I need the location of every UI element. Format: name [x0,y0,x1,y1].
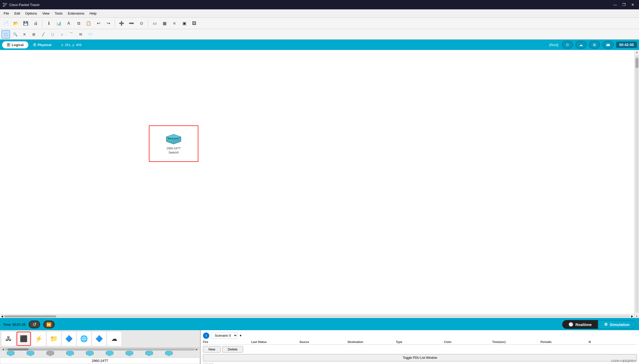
canvas-vscroll[interactable]: ▲ ▼ [634,50,639,318]
dev-icon-2960 [6,351,15,357]
toolbar-custom-viewport-button[interactable]: ▭ [150,19,159,28]
palette-category-custom[interactable]: 🔷 [92,332,106,346]
tab-logical[interactable]: ⚿ Logical [2,41,28,48]
toolbar-new-button[interactable]: 📄 [2,19,10,28]
palette-device-pt-empty[interactable]: PT-Empty [41,351,59,357]
palette-category-hubs[interactable]: ⚡ [32,332,46,346]
vscroll-down-arrow[interactable]: ▼ [635,314,639,318]
coordinates-display: x: 261, y: 409 [61,43,81,47]
toolbar-paste-button[interactable]: 📋 [84,19,93,28]
menu-item-tools[interactable]: Tools [52,10,65,16]
palette-device-2950-24[interactable]: 2950-24 [140,351,158,357]
viewport-button-2[interactable]: ☁ [575,41,586,49]
palette-device-2950t[interactable]: 2950T [160,351,178,357]
viewport-button-1[interactable]: ⊙ [562,41,573,49]
drawtool-email-button[interactable]: ✉ [77,30,85,39]
new-pdu-button[interactable]: New [203,346,221,353]
svg-point-11 [172,140,173,141]
palette-hscroll[interactable]: ◀ ▶ [0,348,200,351]
canvas-area[interactable]: 2960-24TT Switch0 [0,50,634,314]
toolbar-server-button[interactable]: ▣ [180,19,189,28]
realtime-button[interactable]: 🕐 Realtime [562,320,598,329]
pdu-nav-left[interactable]: ‹ [203,363,208,364]
play-forward-button[interactable]: ⏩ [43,321,55,328]
toolbar-zoom-out-button[interactable]: ➖ [127,19,136,28]
toolbar-zoom-in-button[interactable]: ➕ [117,19,126,28]
drawtool-draw-ellipse-button[interactable]: ○ [58,30,66,39]
menu-item-options[interactable]: Options [23,10,40,16]
toolbar-undo-button[interactable]: ↩ [94,19,103,28]
tab-physical[interactable]: ☰ Physical [28,41,56,48]
toggle-pdu-button[interactable]: Toggle PDU List Window [203,354,637,361]
viewport-button-3[interactable]: ⊞ [589,41,600,49]
canvas-hscroll[interactable]: ◀ ▶ [0,314,634,318]
toolbar-barcode-button[interactable]: ≡ [170,19,179,28]
viewport-button-4[interactable]: 🏔 [603,41,613,49]
toolbar-info-button[interactable]: ℹ [45,19,53,28]
palette-category-routers[interactable]: 🖧 [2,332,16,346]
toolbar-open-button[interactable]: 📂 [11,19,20,28]
drawtool-search-button[interactable]: 🔍 [11,30,19,39]
palette-category-wireless[interactable]: 📁 [47,332,61,346]
toolbar-media-button[interactable]: 🖼 [190,19,199,28]
toolbar-text-button[interactable]: A [64,19,73,28]
svg-marker-27 [145,351,153,356]
toolbar-copy-button[interactable]: ⧉ [74,19,83,28]
reset-button[interactable]: ↺ [29,321,40,328]
vscroll-track[interactable] [635,55,638,313]
palette-device-pt-switch[interactable]: PT-Switch [21,351,40,357]
palette-hscroll-right[interactable]: ▶ [195,348,199,351]
pdu-nav-right[interactable]: › [209,363,213,364]
palette-device-2960[interactable]: 2960 [2,351,20,357]
menu-item-edit[interactable]: Edit [12,10,23,16]
device-switch0[interactable]: 2960-24TT Switch0 [149,125,198,162]
menu-item-file[interactable]: File [1,10,12,16]
toolbar-print-button[interactable]: 🖨 [31,19,40,28]
toolbar-redo-button[interactable]: ↪ [104,19,113,28]
palette-hscroll-thumb[interactable] [8,348,29,350]
menu-item-help[interactable]: Help [87,10,99,16]
sim-icon: ⚙ [604,322,608,327]
info-icon[interactable]: i [203,333,209,339]
drawtoolbar: ⬚🔍✕⊞╱□○⌒✉📨 [0,29,639,40]
hscroll-left-arrow[interactable]: ◀ [0,315,4,318]
palette-device-3560-24ps-2[interactable]: 3560 24PS [81,351,99,357]
vscroll-up-arrow[interactable]: ▲ [635,50,639,54]
svg-marker-17 [47,351,54,356]
scenario-select[interactable]: Scenario 0 Scenario 1 [211,332,238,339]
palette-category-multi[interactable]: ☁ [107,332,121,346]
svg-rect-4 [170,138,171,139]
drawtool-draw-rect-button[interactable]: □ [48,30,57,39]
simulation-button[interactable]: ⚙ Simulation [598,320,636,329]
svg-marker-15 [27,351,34,356]
palette-device-pt-bridge[interactable]: PT-Bridge [120,351,138,357]
palette-device-ie-2000[interactable]: IE 2000 [100,351,119,357]
drawtool-select-button[interactable]: ⬚ [2,30,10,39]
toolbar-zoom-reset-button[interactable]: ⊙ [137,19,146,28]
palette-category-switches[interactable]: ⬛ [17,332,31,346]
palette-category-security[interactable]: 🔷 [62,332,76,346]
maximize-button[interactable]: ❐ [620,1,628,8]
minimize-button[interactable]: — [611,1,619,8]
menu-item-extensions[interactable]: Extensions [65,10,87,16]
toolbar-network-info-button[interactable]: 📊 [54,19,63,28]
drawtool-resize-button[interactable]: ⊞ [30,30,38,39]
palette-category-wan[interactable]: 🌐 [77,332,91,346]
palette-device-3560-24ps[interactable]: 3560 24PS [61,351,79,357]
palette-hscroll-track[interactable] [5,348,195,350]
menu-item-view[interactable]: View [40,10,52,16]
drawtool-draw-line-button[interactable]: ╱ [39,30,47,39]
delete-pdu-button[interactable]: Delete [222,346,243,353]
drawtool-draw-freeform-button[interactable]: ⌒ [67,30,75,39]
palette-hscroll-left[interactable]: ◀ [1,348,5,351]
vscroll-thumb[interactable] [635,58,638,68]
main-area: 2960-24TT Switch0 ◀ ▶ ▲ ▼ [0,50,639,318]
toolbar-save-button[interactable]: 💾 [21,19,30,28]
svg-point-10 [170,140,171,141]
hscroll-right-arrow[interactable]: ▶ [630,315,634,318]
close-button[interactable]: ✕ [629,1,636,8]
drawtool-email-open-button[interactable]: 📨 [86,30,94,39]
drawtool-delete-button[interactable]: ✕ [20,30,29,39]
tabbar: ⚿ Logical ☰ Physical x: 261, y: 409 [Roo… [0,40,639,50]
toolbar-palette-button[interactable]: ▦ [160,19,169,28]
